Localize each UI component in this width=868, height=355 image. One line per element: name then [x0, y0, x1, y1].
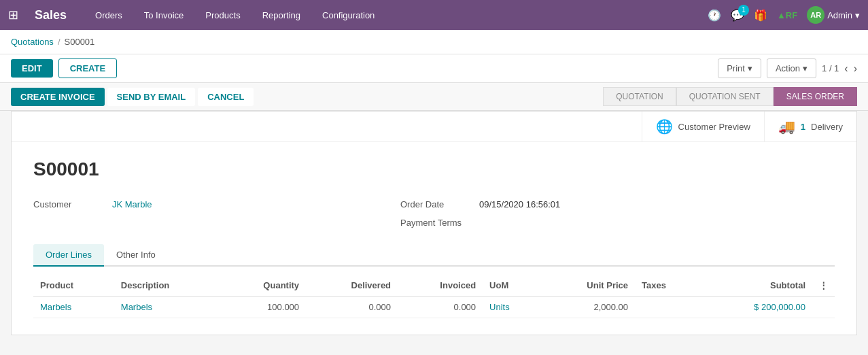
- user-menu[interactable]: AR Admin ▾: [807, 6, 860, 24]
- top-navigation: ⊞ Sales Orders To Invoice Products Repor…: [0, 0, 868, 30]
- record-fields: Customer JK Marble Order Date 09/15/2020…: [33, 199, 835, 228]
- delivery-count: 1: [801, 122, 805, 132]
- tab-sales-order[interactable]: SALES ORDER: [774, 87, 857, 106]
- user-name: Admin: [827, 10, 852, 20]
- card-actions-header: 🌐 S00001 Customer Preview 🚚 1 Delivery: [12, 112, 856, 142]
- col-invoiced: Invoiced: [398, 275, 483, 297]
- nav-products[interactable]: Products: [201, 10, 244, 20]
- record-card: 🌐 S00001 Customer Preview 🚚 1 Delivery S…: [11, 111, 857, 335]
- action-label: Action: [776, 63, 800, 73]
- app-grid-icon[interactable]: ⊞: [8, 7, 18, 22]
- action-button[interactable]: Action ▾: [767, 58, 816, 78]
- breadcrumb-separator: /: [58, 37, 60, 47]
- breadcrumb-parent[interactable]: Quotations: [11, 37, 54, 47]
- col-settings[interactable]: ⋮: [812, 275, 835, 297]
- col-description: Description: [114, 275, 221, 297]
- app-title: Sales: [35, 8, 67, 22]
- right-fields: Order Date 09/15/2020 16:56:01 Payment T…: [400, 199, 604, 228]
- col-unit-price: Unit Price: [540, 275, 635, 297]
- nav-orders[interactable]: Orders: [91, 10, 126, 20]
- cell-product[interactable]: Marbels: [33, 297, 114, 318]
- pagination-text: 1 / 1: [822, 63, 839, 73]
- print-chevron-icon: ▾: [748, 63, 752, 73]
- row-settings: [812, 297, 835, 318]
- record-body: S00001 Customer JK Marble Order Date 09/…: [12, 142, 856, 335]
- send-by-email-button[interactable]: SEND BY EMAIL: [107, 88, 196, 106]
- action-chevron-icon: ▾: [803, 63, 808, 73]
- breadcrumb-current: S00001: [65, 37, 95, 47]
- nav-reporting[interactable]: Reporting: [258, 10, 305, 20]
- truck-icon: 🚚: [778, 118, 795, 135]
- order-date-value: 09/15/2020 16:56:01: [479, 199, 560, 209]
- customer-value[interactable]: JK Marble: [112, 199, 152, 209]
- gift-icon[interactable]: 🎁: [754, 9, 767, 22]
- tab-quotation-sent[interactable]: QUOTATION SENT: [676, 87, 774, 106]
- print-button[interactable]: Print ▾: [718, 58, 761, 78]
- main-content: 🌐 S00001 Customer Preview 🚚 1 Delivery S…: [0, 111, 868, 346]
- tab-order-lines[interactable]: Order Lines: [33, 244, 104, 267]
- col-delivered: Delivered: [306, 275, 398, 297]
- logo-icon: ▲RF: [777, 10, 797, 20]
- chat-icon[interactable]: 💬 1: [731, 9, 744, 22]
- left-fields: Customer JK Marble: [33, 199, 237, 228]
- col-quantity: Quantity: [221, 275, 306, 297]
- record-title: S00001: [33, 158, 835, 180]
- col-product: Product: [33, 275, 114, 297]
- cell-delivered: 0.000: [306, 297, 398, 318]
- order-lines-table: Product Description Quantity Delivered I…: [33, 275, 835, 318]
- action-bar: EDIT CREATE Print ▾ Action ▾ 1 / 1 ‹ ›: [0, 54, 868, 83]
- order-date-label: Order Date: [400, 199, 468, 209]
- nav-configuration[interactable]: Configuration: [318, 10, 379, 20]
- col-uom: UoM: [483, 275, 540, 297]
- record-tabs: Order Lines Other Info: [33, 244, 835, 267]
- col-taxes: Taxes: [635, 275, 700, 297]
- cell-quantity: 100.000: [221, 297, 306, 318]
- create-invoice-button[interactable]: CREATE INVOICE: [11, 88, 105, 106]
- order-date-field-row: Order Date 09/15/2020 16:56:01: [400, 199, 604, 209]
- cell-uom[interactable]: Units: [483, 297, 540, 318]
- payment-terms-field-row: Payment Terms: [400, 218, 604, 228]
- print-label: Print: [727, 63, 745, 73]
- cell-description: Marbels: [114, 297, 221, 318]
- customer-field-row: Customer JK Marble: [33, 199, 237, 209]
- pagination-next[interactable]: ›: [854, 63, 857, 75]
- tab-other-info[interactable]: Other Info: [104, 244, 168, 267]
- user-dropdown-icon: ▾: [855, 10, 860, 20]
- cell-taxes: [635, 297, 700, 318]
- pagination: 1 / 1 ‹ ›: [822, 63, 857, 75]
- clock-icon[interactable]: 🕐: [708, 9, 721, 22]
- cell-unit-price: 2,000.00: [540, 297, 635, 318]
- cell-subtotal: $ 200,000.00: [700, 297, 812, 318]
- cancel-button[interactable]: CANCEL: [198, 88, 254, 106]
- delivery-button[interactable]: 🚚 1 Delivery: [764, 112, 856, 141]
- globe-icon: 🌐: [656, 118, 673, 135]
- chat-badge: 1: [738, 5, 749, 16]
- tab-quotation[interactable]: QUOTATION: [603, 87, 676, 106]
- create-button[interactable]: CREATE: [58, 58, 117, 78]
- secondary-action-bar: CREATE INVOICE SEND BY EMAIL CANCEL QUOT…: [0, 83, 868, 111]
- nav-to-invoice[interactable]: To Invoice: [140, 10, 188, 20]
- col-subtotal: Subtotal: [700, 275, 812, 297]
- user-avatar: AR: [807, 6, 824, 24]
- customer-preview-button[interactable]: 🌐 S00001 Customer Preview: [642, 112, 764, 141]
- nav-icons: 🕐 💬 1 🎁 ▲RF AR Admin ▾: [708, 6, 860, 24]
- payment-terms-label: Payment Terms: [400, 218, 468, 228]
- status-tabs: QUOTATION QUOTATION SENT SALES ORDER: [603, 87, 857, 106]
- pagination-prev[interactable]: ‹: [844, 63, 848, 75]
- cell-invoiced: 0.000: [398, 297, 483, 318]
- delivery-label: Delivery: [811, 122, 843, 132]
- edit-button[interactable]: EDIT: [11, 59, 53, 78]
- customer-preview-label: S00001 Customer Preview: [678, 122, 750, 132]
- table-row: Marbels Marbels 100.000 0.000 0.000 Unit…: [33, 297, 835, 318]
- customer-label: Customer: [33, 199, 101, 209]
- breadcrumb: Quotations / S00001: [0, 30, 868, 54]
